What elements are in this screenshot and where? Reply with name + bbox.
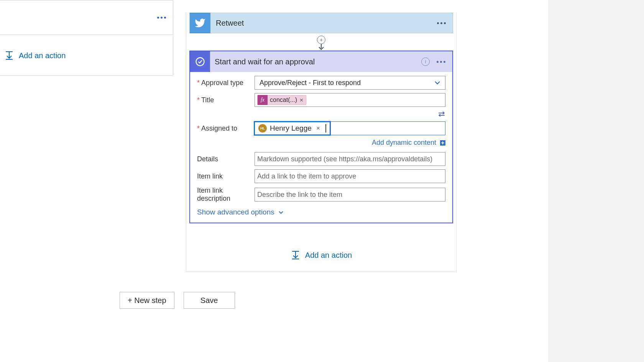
item-link-input[interactable] (255, 169, 445, 183)
people-token[interactable]: HL Henry Legge ✕ (256, 123, 329, 133)
chevron-down-icon (434, 79, 440, 87)
insert-step-icon (291, 250, 301, 260)
item-link-desc-field[interactable] (257, 191, 443, 199)
item-link-desc-label: Item link description (197, 187, 255, 203)
parallel-branch-header (0, 0, 173, 35)
more-menu-button[interactable] (157, 16, 166, 18)
save-button[interactable]: Save (184, 292, 235, 309)
title-row: *Title fx concat(...) ✕ (197, 93, 445, 107)
chevron-down-icon (278, 208, 284, 216)
main-flow-frame: Retweet + (186, 13, 457, 272)
add-action-button-main[interactable]: Add an action (186, 250, 456, 260)
flow-connector: + (189, 33, 453, 51)
assigned-to-label: *Assigned to (197, 124, 255, 133)
item-link-label: Item link (197, 172, 255, 180)
person-avatar: HL (258, 124, 267, 133)
approval-type-row: *Approval type Approve/Reject - First to… (197, 76, 445, 90)
add-action-label-left: Add an action (19, 51, 66, 60)
assigned-to-row: *Assigned to HL Henry Legge ✕ (197, 121, 445, 135)
approval-more-button[interactable] (437, 61, 445, 63)
fx-expression-token[interactable]: fx concat(...) ✕ (257, 95, 306, 105)
svg-rect-11 (292, 259, 299, 259)
details-input[interactable] (255, 152, 445, 166)
title-label: *Title (197, 96, 255, 104)
svg-rect-9 (292, 251, 299, 252)
approval-body: *Approval type Approve/Reject - First to… (190, 72, 452, 223)
twitter-icon (190, 13, 210, 33)
show-advanced-options[interactable]: Show advanced options (197, 208, 445, 216)
person-remove[interactable]: ✕ (316, 126, 320, 131)
approval-type-value: Approve/Reject - First to respond (260, 79, 361, 87)
parallel-branch-card: Add an action (0, 0, 173, 76)
approval-header[interactable]: Start and wait for an approval i (190, 51, 452, 72)
show-advanced-label: Show advanced options (197, 208, 274, 216)
approval-icon (190, 51, 210, 72)
text-caret (325, 124, 326, 133)
retweet-title: Retweet (210, 19, 437, 28)
assigned-to-highlight: HL Henry Legge ✕ (254, 121, 331, 136)
item-link-desc-input[interactable] (255, 188, 445, 201)
svg-rect-8 (441, 143, 444, 143)
add-dynamic-content-button[interactable] (440, 140, 445, 146)
retweet-action-card[interactable]: Retweet (189, 13, 453, 33)
insert-step-button[interactable]: + (317, 36, 325, 44)
svg-point-4 (196, 58, 204, 66)
info-icon[interactable]: i (421, 57, 430, 66)
main-flow-column: Retweet + (186, 0, 457, 272)
svg-rect-0 (6, 51, 13, 52)
approval-title: Start and wait for an approval (210, 57, 421, 66)
retweet-more-button[interactable] (437, 22, 453, 24)
approval-type-label: *Approval type (197, 79, 255, 87)
details-row: Details (197, 152, 445, 166)
item-link-desc-row: Item link description (197, 187, 445, 203)
approval-type-select[interactable]: Approve/Reject - First to respond (255, 76, 445, 90)
add-action-label-main: Add an action (305, 251, 352, 260)
arrow-down-icon (318, 44, 325, 52)
add-dynamic-content-link[interactable]: Add dynamic content (372, 139, 436, 147)
swap-mode-row (197, 110, 445, 119)
svg-rect-2 (6, 59, 13, 60)
new-step-button[interactable]: + New step (120, 292, 174, 309)
item-link-row: Item link (197, 169, 445, 183)
assigned-to-input[interactable]: HL Henry Legge ✕ (255, 121, 445, 135)
title-input[interactable]: fx concat(...) ✕ (255, 93, 445, 107)
add-action-button-left[interactable]: Add an action (0, 35, 173, 76)
insert-step-icon (4, 51, 14, 61)
bottom-button-row: + New step Save (120, 292, 235, 309)
person-name: Henry Legge (270, 124, 312, 133)
fx-token-text: concat(...) (270, 97, 297, 103)
fx-token-remove[interactable]: ✕ (299, 97, 304, 103)
item-link-field[interactable] (257, 172, 443, 180)
swap-icon[interactable] (438, 110, 445, 119)
dynamic-content-row: Add dynamic content (197, 139, 445, 147)
details-field[interactable] (257, 155, 443, 163)
fx-icon: fx (258, 95, 268, 105)
right-background-shade (548, 0, 644, 362)
approval-action-card: Start and wait for an approval i *Approv… (189, 51, 453, 223)
details-label: Details (197, 155, 255, 163)
